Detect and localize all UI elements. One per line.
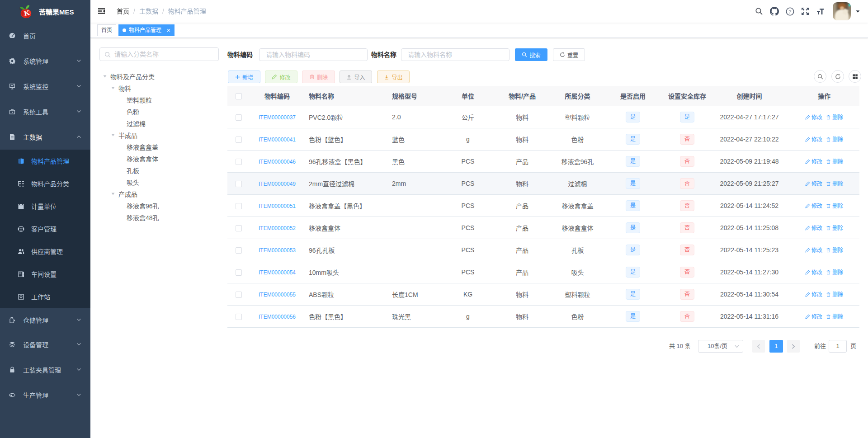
- svg-text:?: ?: [788, 9, 791, 14]
- svg-text:K: K: [24, 8, 31, 17]
